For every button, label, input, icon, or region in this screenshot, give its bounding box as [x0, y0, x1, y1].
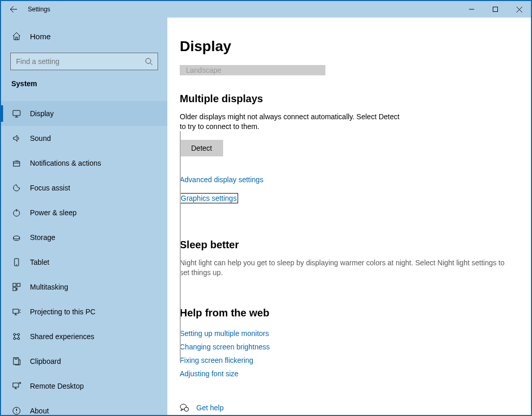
svg-point-10 [13, 333, 15, 335]
nav-label: Tablet [30, 258, 49, 266]
nav-icon [11, 307, 22, 316]
sidebar-item-clipboard[interactable]: Clipboard [1, 349, 167, 374]
multiple-displays-desc: Older displays might not always connect … [180, 112, 407, 132]
nav-label: Storage [30, 233, 55, 242]
content-pane: Display Landscape Multiple displays Olde… [167, 18, 531, 415]
nav-icon [11, 332, 22, 341]
sleep-better-desc: Night light can help you get to sleep by… [180, 258, 510, 278]
sleep-better-heading: Sleep better [180, 239, 519, 251]
help-link[interactable]: Adjusting font size [180, 370, 519, 378]
sidebar-item-focus-assist[interactable]: Focus assist [1, 175, 167, 200]
svg-rect-9 [13, 309, 19, 313]
nav-list: DisplaySoundNotifications & actionsFocus… [1, 101, 167, 416]
svg-rect-3 [13, 162, 20, 166]
sidebar-item-display[interactable]: Display [1, 101, 167, 126]
search-box[interactable] [10, 53, 158, 70]
nav-label: Display [30, 109, 54, 118]
nav-icon [11, 406, 22, 415]
nav-icon [11, 381, 22, 391]
nav-label: Notifications & actions [30, 159, 101, 167]
nav-icon [11, 208, 22, 217]
maximize-icon [493, 7, 498, 12]
scroll-area[interactable]: Landscape Multiple displays Older displa… [180, 65, 519, 415]
nav-label: Clipboard [30, 357, 61, 365]
home-icon [11, 31, 22, 41]
home-button[interactable]: Home [1, 26, 167, 46]
help-links: Setting up multiple monitorsChanging scr… [180, 329, 519, 378]
minimize-icon [469, 7, 474, 12]
svg-rect-2 [13, 110, 20, 116]
nav-label: Multitasking [30, 283, 68, 291]
nav-label: Remote Desktop [30, 382, 84, 390]
back-button[interactable] [1, 1, 26, 18]
svg-point-11 [18, 333, 20, 335]
window-title: Settings [26, 6, 460, 13]
svg-rect-7 [17, 283, 20, 286]
svg-point-18 [184, 407, 189, 411]
nav-icon [11, 109, 22, 118]
minimize-button[interactable] [460, 1, 483, 18]
multiple-displays-heading: Multiple displays [180, 93, 519, 105]
svg-rect-14 [13, 358, 19, 364]
close-icon [517, 7, 522, 12]
home-label: Home [30, 32, 51, 41]
svg-point-12 [13, 338, 15, 340]
nav-label: Projecting to this PC [30, 308, 96, 316]
advanced-display-link[interactable]: Advanced display settings [180, 175, 263, 184]
sidebar-item-multitasking[interactable]: Multitasking [1, 275, 167, 299]
nav-icon [11, 282, 22, 292]
arrow-left-icon [9, 5, 18, 13]
settings-window: Settings Home System [0, 0, 532, 416]
search-input[interactable] [11, 57, 140, 66]
help-link[interactable]: Fixing screen flickering [180, 356, 519, 364]
sidebar-item-sound[interactable]: Sound [1, 126, 167, 151]
sidebar-item-shared-experiences[interactable]: Shared experiences [1, 324, 167, 349]
help-from-web-heading: Help from the web [180, 307, 519, 319]
page-title: Display [167, 18, 531, 55]
sidebar-item-about[interactable]: About [1, 398, 167, 416]
nav-icon [11, 183, 22, 193]
sidebar-item-power-sleep[interactable]: Power & sleep [1, 200, 167, 225]
nav-label: Focus assist [30, 184, 70, 192]
help-link[interactable]: Setting up multiple monitors [180, 329, 519, 338]
svg-point-1 [146, 58, 151, 63]
svg-rect-6 [13, 283, 16, 286]
close-button[interactable] [507, 1, 531, 18]
sidebar-item-tablet[interactable]: Tablet [1, 250, 167, 275]
get-help-row[interactable]: Get help [180, 401, 519, 415]
help-link[interactable]: Changing screen brightness [180, 343, 519, 351]
detect-button[interactable]: Detect [180, 140, 223, 156]
nav-label: Power & sleep [30, 209, 76, 217]
svg-rect-15 [13, 383, 19, 387]
nav-icon [11, 158, 22, 168]
scrollbar-thumb[interactable] [180, 131, 181, 361]
nav-icon [11, 357, 22, 366]
sidebar-item-remote-desktop[interactable]: Remote Desktop [1, 374, 167, 398]
nav-icon [11, 134, 22, 143]
nav-icon [11, 233, 22, 242]
nav-icon [11, 258, 22, 267]
nav-label: About [30, 407, 49, 415]
svg-point-13 [18, 338, 20, 340]
svg-rect-0 [493, 7, 498, 12]
chat-icon [180, 403, 189, 412]
nav-label: Shared experiences [30, 332, 95, 341]
sidebar-item-notifications-actions[interactable]: Notifications & actions [1, 151, 167, 175]
maximize-button[interactable] [483, 1, 507, 18]
titlebar: Settings [1, 1, 531, 18]
get-help-link[interactable]: Get help [196, 404, 224, 412]
sidebar: Home System DisplaySoundNotifications & … [1, 18, 167, 415]
orientation-dropdown[interactable]: Landscape [180, 65, 325, 75]
search-icon [140, 57, 158, 66]
category-label: System [1, 79, 167, 88]
graphics-settings-link[interactable]: Graphics settings [180, 194, 238, 203]
sidebar-item-projecting-to-this-pc[interactable]: Projecting to this PC [1, 299, 167, 324]
nav-label: Sound [30, 134, 51, 142]
sidebar-item-storage[interactable]: Storage [1, 225, 167, 250]
